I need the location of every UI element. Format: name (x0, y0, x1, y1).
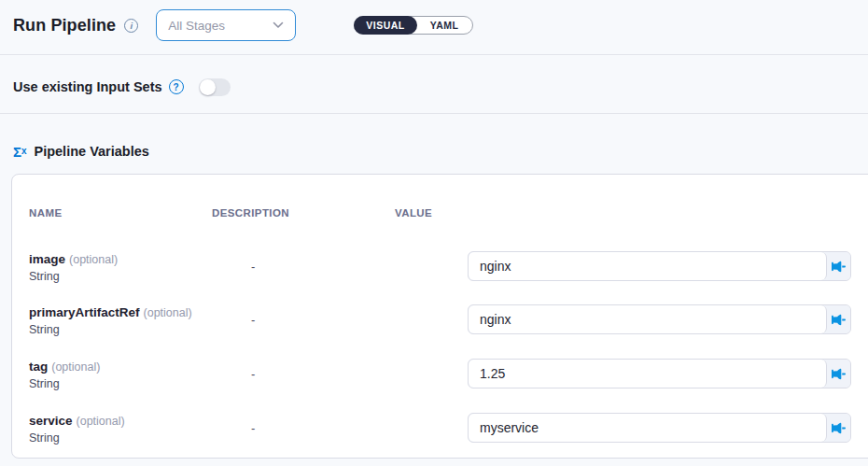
variable-type: String (29, 269, 118, 284)
tab-visual[interactable]: VISUAL (354, 16, 417, 35)
variable-name-cell: image(optional) String (29, 251, 118, 284)
pin-icon (830, 310, 848, 329)
divider (0, 54, 868, 55)
variable-value-input[interactable] (469, 252, 827, 280)
view-toggle: VISUAL YAML (354, 16, 472, 35)
input-sets-label: Use existing Input Sets (13, 79, 162, 94)
variable-description: - (251, 304, 255, 334)
help-icon[interactable]: ? (169, 79, 184, 94)
page-title: Run Pipeline (13, 16, 116, 35)
variable-value-group (468, 359, 851, 388)
variable-name-cell: service(optional) String (29, 413, 125, 445)
sigma-icon: Σˣ (13, 144, 27, 160)
input-sets-toggle[interactable] (199, 78, 231, 96)
variable-description: - (251, 251, 255, 281)
chevron-down-icon (273, 21, 284, 29)
pin-icon (830, 257, 848, 275)
variable-type: String (29, 376, 100, 391)
tab-yaml[interactable]: YAML (417, 20, 472, 31)
variable-optional: (optional) (144, 306, 192, 319)
pin-button[interactable] (827, 414, 850, 442)
toggle-knob (200, 79, 216, 95)
variable-value-input[interactable] (469, 414, 827, 442)
variable-value-input[interactable] (469, 305, 827, 333)
variable-name: image (29, 252, 65, 266)
pin-button[interactable] (827, 305, 850, 333)
variable-name-cell: tag(optional) String (29, 359, 100, 391)
table-row: tag(optional) String - (12, 359, 868, 390)
variable-value-group (468, 251, 851, 281)
variable-optional: (optional) (51, 360, 100, 374)
column-header-description: DESCRIPTION (212, 207, 289, 219)
variable-name: service (29, 414, 73, 428)
column-header-name: NAME (29, 207, 62, 219)
info-icon[interactable]: i (124, 19, 138, 33)
variable-name: primaryArtifactRef (29, 305, 140, 319)
header: Run Pipeline i All Stages VISUAL YAML (13, 8, 473, 42)
divider (0, 113, 868, 114)
variable-name-cell: primaryArtifactRef(optional) String (29, 304, 192, 337)
column-header-value: VALUE (395, 207, 432, 219)
variable-value-group (468, 304, 851, 334)
table-row: primaryArtifactRef(optional) String - (12, 304, 868, 336)
variable-description: - (251, 413, 255, 443)
pin-button[interactable] (827, 252, 850, 280)
variable-type: String (29, 322, 192, 337)
pipeline-variables-header: Σˣ Pipeline Variables (13, 142, 149, 161)
variable-optional: (optional) (77, 415, 125, 428)
stage-selector-value: All Stages (168, 19, 273, 33)
table-row: service(optional) String - (12, 413, 868, 445)
input-sets-section: Use existing Input Sets ? (13, 77, 231, 97)
variable-value-group (468, 413, 851, 443)
variable-value-input[interactable] (469, 360, 827, 388)
table-row: image(optional) String - (12, 251, 868, 283)
variables-card: NAME DESCRIPTION VALUE image(optional) S… (11, 174, 868, 459)
variable-optional: (optional) (69, 253, 118, 266)
variable-type: String (29, 431, 125, 445)
variable-description: - (251, 359, 255, 388)
pin-button[interactable] (827, 360, 850, 388)
section-title: Pipeline Variables (35, 144, 149, 159)
variable-name: tag (29, 360, 48, 374)
stage-selector-dropdown[interactable]: All Stages (156, 9, 296, 41)
pin-icon (830, 418, 848, 437)
pin-icon (830, 364, 848, 383)
